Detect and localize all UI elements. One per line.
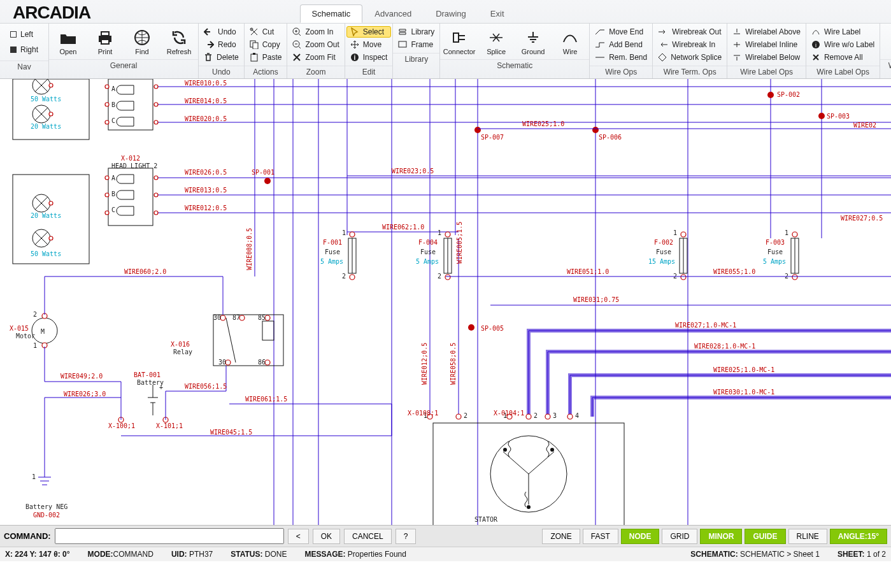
tab-advanced[interactable]: Advanced [362,4,424,23]
top-tabs: Schematic Advanced Drawing Exit [300,4,517,23]
svg-text:1: 1 [785,229,788,236]
svg-point-175 [49,112,53,116]
group-label-edit: Edit [345,66,393,78]
zoom-fit-button[interactable]: Zoom Fit [289,52,343,63]
frame-icon [398,40,407,49]
svg-point-114 [265,315,270,320]
cursor-icon [350,27,359,36]
wlinline-button[interactable]: Wirelabel Inline [729,39,804,50]
svg-text:X-016: X-016 [171,341,190,348]
addbend-button[interactable]: Add Bend [591,39,651,50]
wbin-button[interactable]: Wirebreak In [654,39,725,50]
svg-text:Battery NEG: Battery NEG [25,503,68,510]
svg-point-158 [503,448,507,452]
wremove-button[interactable]: Remove All [808,52,878,63]
nav-left[interactable]: Left [6,29,42,40]
connector-button[interactable]: Connector [441,26,477,57]
command-input[interactable] [55,528,284,544]
paste-button[interactable]: Paste [246,52,286,63]
back-button[interactable]: < [288,529,309,544]
tab-exit[interactable]: Exit [478,4,517,23]
svg-rect-8 [251,54,257,61]
inspect-button[interactable]: iInspect [346,52,392,63]
tab-schematic[interactable]: Schematic [300,4,363,23]
find-button[interactable]: Find [124,26,160,57]
netsplice-button[interactable]: Network Splice [654,52,725,63]
schematic-canvas[interactable]: 50 Watts 20 Watts 20 Watts 50 Watts A B … [0,79,891,525]
zoom-fit-icon [292,53,301,62]
svg-point-165 [154,176,158,180]
copy-button[interactable]: Copy [246,39,286,50]
status-done: STATUS: DONE [231,550,287,559]
svg-point-57 [468,324,474,331]
svg-text:1: 1 [33,342,37,349]
svg-point-74 [445,232,450,237]
fast-toggle[interactable]: FAST [583,529,618,544]
splice-button[interactable]: Splice [478,26,514,57]
colour-button[interactable]: Color [881,26,891,57]
zoom-out-button[interactable]: Zoom Out [289,39,343,50]
redo-button[interactable]: Redo [200,39,243,50]
group-label-wlops2: Wire Label Ops [806,66,880,78]
ground-button[interactable]: Ground [515,26,551,57]
svg-text:20 Watts: 20 Watts [31,123,61,130]
cut-button[interactable]: Cut [246,26,286,38]
wlbelow-button[interactable]: Wirelabel Below [729,52,804,63]
wlabove-button[interactable]: Wirelabel Above [729,26,804,38]
svg-text:WIRE027;1.0-MC-1: WIRE027;1.0-MC-1 [675,322,736,329]
moveend-button[interactable]: Move End [591,26,651,38]
guide-toggle[interactable]: GUIDE [745,529,785,544]
wwo-button[interactable]: iWire w/o Label [808,39,878,50]
above-icon [732,27,741,36]
move-button[interactable]: Move [346,39,392,50]
nav-right[interactable]: Right [6,44,42,55]
palette-icon [883,27,891,48]
zoom-in-icon [292,27,301,36]
zoom-out-icon [292,40,301,49]
svg-text:WIRE051;1.0: WIRE051;1.0 [567,268,609,275]
rline-toggle[interactable]: RLINE [788,529,827,544]
tab-drawing[interactable]: Drawing [424,4,478,23]
svg-text:WIRE062;1.0: WIRE062;1.0 [382,224,424,231]
undo-button[interactable]: Undo [200,26,243,38]
library-button[interactable]: Library [394,26,438,38]
status-coord: X: 224 Y: 147 θ: 0° [5,550,70,559]
group-label-undo: Undo [199,66,244,78]
help-button[interactable]: ? [396,529,417,544]
svg-text:3: 3 [553,412,557,419]
zone-toggle[interactable]: ZONE [542,529,580,544]
svg-text:WIRE023;0.5: WIRE023;0.5 [392,168,434,175]
group-label-wiretermops: Wire Term. Ops [653,66,727,78]
svg-rect-2 [101,39,109,44]
arrow-in-icon [658,41,668,48]
svg-point-118 [265,360,270,365]
grid-toggle[interactable]: GRID [662,529,697,544]
delete-button[interactable]: Delete [200,52,243,63]
wbout-button[interactable]: Wirebreak Out [654,26,725,38]
wlabel-button[interactable]: Wire Label [808,26,878,38]
select-button[interactable]: Select [346,26,392,38]
svg-point-162 [154,85,158,89]
node-toggle[interactable]: NODE [621,529,660,544]
group-label-wiref: Wire F [880,59,891,72]
svg-text:F-001: F-001 [323,239,342,246]
refresh-button[interactable]: Refresh [161,26,197,57]
rembend-button[interactable]: Rem. Bend [591,52,651,63]
svg-text:WIRE014;0.5: WIRE014;0.5 [185,97,227,104]
print-button[interactable]: Print [87,26,123,57]
zoom-in-button[interactable]: Zoom In [289,26,343,38]
angle-toggle[interactable]: ANGLE:15° [830,529,887,544]
cancel-button[interactable]: CANCEL [344,529,392,544]
wire-button[interactable]: Wire [552,26,588,57]
status-bar: X: 224 Y: 147 θ: 0° MODE:COMMAND UID: PT… [0,547,891,561]
svg-text:WIRE031;0.75: WIRE031;0.75 [573,296,619,303]
frame-button[interactable]: Frame [394,39,438,50]
svg-point-75 [445,275,450,280]
minor-toggle[interactable]: MINOR [700,529,742,544]
svg-text:WIRE012;0.5: WIRE012;0.5 [185,204,227,212]
svg-text:20 Watts: 20 Watts [31,212,61,219]
svg-text:WIRE026;0.5: WIRE026;0.5 [185,169,227,176]
svg-text:F-004: F-004 [418,239,438,246]
ok-button[interactable]: OK [313,529,340,544]
open-button[interactable]: Open [50,26,86,57]
